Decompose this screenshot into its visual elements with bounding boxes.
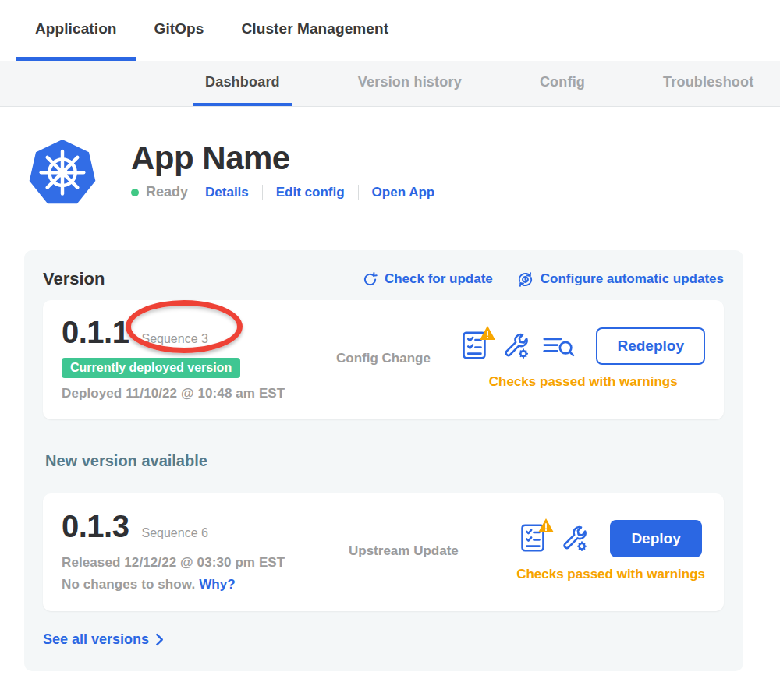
current-version-card: 0.1.1 Sequence 3 Currently deployed vers… bbox=[43, 300, 724, 419]
tab-dashboard[interactable]: Dashboard bbox=[193, 61, 292, 106]
edit-config-link[interactable]: Edit config bbox=[276, 185, 345, 200]
refresh-icon bbox=[362, 271, 378, 288]
chevron-right-icon bbox=[154, 633, 165, 646]
check-for-update-button[interactable]: Check for update bbox=[362, 271, 493, 288]
app-header: App Name Ready Details Edit config Open … bbox=[28, 138, 780, 210]
preflight-checks-icon[interactable] bbox=[519, 522, 549, 555]
currently-deployed-badge: Currently deployed version bbox=[62, 358, 240, 378]
tab-application[interactable]: Application bbox=[16, 0, 136, 61]
version-panel-title: Version bbox=[43, 269, 105, 289]
open-app-link[interactable]: Open App bbox=[372, 185, 435, 200]
divider bbox=[262, 185, 263, 200]
available-version-card: 0.1.3 Sequence 6 Released 12/12/22 @ 03:… bbox=[43, 493, 724, 611]
edit-config-icon[interactable] bbox=[561, 524, 589, 553]
status-dot-icon bbox=[131, 189, 139, 196]
version-source-label: Upstream Update bbox=[349, 543, 459, 559]
configure-automatic-updates-button[interactable]: Configure automatic updates bbox=[516, 270, 724, 288]
tab-troubleshoot[interactable]: Troubleshoot bbox=[651, 61, 766, 106]
page-title: App Name bbox=[131, 140, 434, 177]
details-link[interactable]: Details bbox=[205, 185, 249, 200]
deployed-timestamp: Deployed 11/10/22 @ 10:48 am EST bbox=[62, 386, 321, 401]
kubernetes-icon bbox=[28, 138, 97, 210]
see-all-versions-link[interactable]: See all versions bbox=[43, 631, 165, 648]
tab-gitops[interactable]: GitOps bbox=[136, 0, 223, 61]
preflight-checks-icon[interactable] bbox=[461, 330, 491, 362]
status-badge: Ready bbox=[146, 184, 188, 200]
new-version-heading: New version available bbox=[45, 452, 724, 470]
edit-config-icon[interactable] bbox=[502, 331, 530, 361]
tab-version-history[interactable]: Version history bbox=[346, 61, 474, 106]
released-timestamp: Released 12/12/22 @ 03:30 pm EST bbox=[62, 555, 333, 571]
preflight-checks-status: Checks passed with warnings bbox=[489, 374, 678, 390]
no-changes-text: No changes to show. bbox=[62, 577, 195, 592]
warning-triangle-icon bbox=[479, 325, 496, 341]
tab-config[interactable]: Config bbox=[527, 61, 597, 106]
available-version-sequence: Sequence 6 bbox=[141, 526, 207, 540]
tab-cluster-management[interactable]: Cluster Management bbox=[222, 0, 407, 61]
available-version-number: 0.1.3 bbox=[62, 509, 129, 544]
version-panel: Version Check for update Configure bbox=[24, 250, 743, 671]
redeploy-button[interactable]: Redeploy bbox=[596, 327, 705, 365]
primary-nav: Application GitOps Cluster Management bbox=[0, 0, 780, 61]
app-sub-nav: Dashboard Version history Config Trouble… bbox=[0, 61, 780, 107]
warning-triangle-icon bbox=[537, 518, 555, 533]
divider bbox=[358, 185, 359, 200]
current-version-sequence: Sequence 3 bbox=[141, 332, 207, 346]
auto-update-clock-icon bbox=[516, 270, 534, 288]
view-diff-icon[interactable] bbox=[542, 334, 575, 358]
deploy-button[interactable]: Deploy bbox=[610, 520, 701, 557]
preflight-checks-status: Checks passed with warnings bbox=[516, 567, 705, 582]
version-source-label: Config Change bbox=[336, 351, 431, 366]
current-version-number: 0.1.1 bbox=[62, 315, 129, 350]
why-link[interactable]: Why? bbox=[199, 577, 236, 592]
